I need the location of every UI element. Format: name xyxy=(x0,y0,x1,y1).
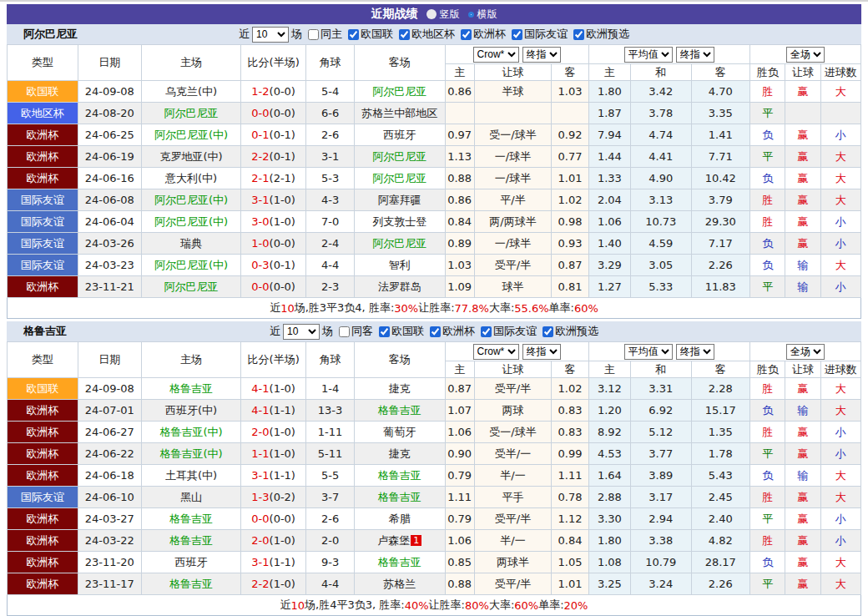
league-label: 国际友谊 xyxy=(524,27,568,42)
type-badge: 欧洲杯 xyxy=(8,168,78,189)
summary-segment: 77.8% xyxy=(455,302,489,315)
handicap-line: 受平/半 xyxy=(474,508,552,530)
match-count-select[interactable]: 10 xyxy=(252,27,289,43)
league-checkbox[interactable] xyxy=(430,326,441,337)
league-checkbox[interactable] xyxy=(461,29,472,40)
away-team-name: 阿尔巴尼亚 xyxy=(372,85,426,98)
average-select[interactable]: 平均值 xyxy=(624,344,673,360)
match-date: 24-09-08 xyxy=(78,81,142,103)
avg-away-odds: 3.79 xyxy=(691,189,749,211)
final-index-select[interactable]: 终指 xyxy=(522,344,561,360)
handicap-home-odds: 0.85 xyxy=(445,552,474,573)
result-handicap: 赢 xyxy=(785,124,820,146)
away-team: 西班牙 xyxy=(354,124,445,146)
league-filter[interactable]: 欧国联 xyxy=(345,27,393,42)
away-team: 格鲁吉亚 xyxy=(354,465,445,487)
summary-segment: 让胜率: xyxy=(429,598,465,613)
handicap-home-odds xyxy=(445,103,474,124)
type-badge: 国际友谊 xyxy=(8,211,78,233)
handicap-home-odds: 0.88 xyxy=(445,168,474,189)
bookmaker-select[interactable]: Crow* xyxy=(473,344,519,360)
summary-segment: 大率: xyxy=(489,300,514,316)
final-index-select-2[interactable]: 终指 xyxy=(676,344,714,360)
league-filter[interactable]: 国际友谊 xyxy=(508,27,568,42)
radio-checked-icon[interactable] xyxy=(468,12,474,18)
result-wdl: 胜 xyxy=(749,211,785,233)
match-score: 0-1(0-1) xyxy=(240,124,306,146)
avg-home-odds: 1.80 xyxy=(588,81,630,103)
fulltime-select[interactable]: 全场 xyxy=(786,47,825,63)
league-checkbox[interactable] xyxy=(542,326,553,337)
league-checkbox[interactable] xyxy=(348,29,359,40)
league-checkbox[interactable] xyxy=(399,29,410,40)
match-date: 24-08-20 xyxy=(78,103,142,124)
fulltime-select[interactable]: 全场 xyxy=(786,344,825,360)
avg-draw-odds: 3.38 xyxy=(631,530,691,552)
league-filter[interactable]: 欧洲预选 xyxy=(539,324,598,339)
corner-score: 3-7 xyxy=(306,487,354,508)
layout-horizontal-radio[interactable]: 横版 xyxy=(468,8,497,22)
league-label: 欧地区杯 xyxy=(411,27,455,42)
match-score: 0-3(0-1) xyxy=(240,255,306,276)
league-filter[interactable]: 欧国联 xyxy=(376,324,424,339)
away-team-name: 西班牙 xyxy=(383,129,416,141)
stats-summary: 近10场,胜3平3负4, 胜率:30% 让胜率:77.8% 大率:55.6% 单… xyxy=(7,298,861,319)
sub-header: 让球 xyxy=(474,64,552,81)
sub-header: 客 xyxy=(552,361,588,378)
league-checkbox[interactable] xyxy=(481,326,492,337)
handicap-away-odds: 1.03 xyxy=(552,81,588,103)
corner-score: 1-4 xyxy=(306,378,354,400)
average-select[interactable]: 平均值 xyxy=(624,47,673,63)
handicap-line: 两球 xyxy=(474,400,552,422)
handicap-away-odds: 0.83 xyxy=(552,422,588,443)
match-date: 24-06-22 xyxy=(78,443,142,465)
match-date: 24-03-23 xyxy=(78,255,142,276)
handicap-away-odds: 0.99 xyxy=(552,443,588,465)
league-filter[interactable]: 欧地区杯 xyxy=(396,27,455,42)
handicap-home-odds: 0.79 xyxy=(445,465,474,487)
avg-draw-odds: 3.78 xyxy=(631,103,691,124)
away-team: 希腊 xyxy=(354,508,445,530)
radio-unchecked-icon[interactable] xyxy=(426,9,437,19)
fulltime-score: 2-2 xyxy=(251,578,269,590)
match-date: 24-06-10 xyxy=(78,487,142,508)
league-filter[interactable]: 欧洲杯 xyxy=(426,324,475,339)
table-row: 欧国联24-09-08乌克兰(中)1-2(0-0)5-4阿尔巴尼亚0.86半球1… xyxy=(8,81,861,103)
match-count-select[interactable]: 10 xyxy=(283,324,320,340)
sub-header: 主 xyxy=(588,64,630,81)
avg-draw-odds: 6.92 xyxy=(631,400,691,422)
result-handicap: 输 xyxy=(785,465,820,487)
bookmaker-select[interactable]: Crow* xyxy=(473,47,519,63)
handicap-home-odds: 1.13 xyxy=(445,146,474,168)
col-corner-header: 角球 xyxy=(306,45,354,81)
same-venue-checkbox[interactable] xyxy=(308,29,319,40)
final-index-select-2[interactable]: 终指 xyxy=(676,47,714,63)
league-filter[interactable]: 国际友谊 xyxy=(477,324,537,339)
handicap-away-odds: 1.12 xyxy=(552,508,588,530)
sub-header: 进球数 xyxy=(820,64,860,81)
avg-home-odds: 3.30 xyxy=(588,508,630,530)
same-venue-filter[interactable]: 同主 xyxy=(305,27,342,42)
avg-away-odds: 5.43 xyxy=(691,465,749,487)
league-filter[interactable]: 欧洲预选 xyxy=(570,27,629,42)
final-index-select[interactable]: 终指 xyxy=(522,47,561,63)
result-handicap: 赢 xyxy=(785,573,820,595)
league-checkbox[interactable] xyxy=(573,29,584,40)
same-venue-filter[interactable]: 同客 xyxy=(336,324,373,339)
halftime-score: (1-0) xyxy=(270,426,295,438)
same-venue-checkbox[interactable] xyxy=(339,326,350,337)
result-handicap: 赢 xyxy=(785,211,820,233)
result-handicap: 输 xyxy=(785,255,820,276)
league-filter[interactable]: 欧洲杯 xyxy=(457,27,506,42)
results-table: 类型日期主场比分(半场)角球客场Crow*终指平均值终指全场主让球客主和客胜负让… xyxy=(7,44,861,298)
result-wdl: 胜 xyxy=(749,189,785,211)
league-checkbox[interactable] xyxy=(512,29,522,40)
avg-draw-odds: 3.13 xyxy=(631,189,691,211)
sub-header: 让球 xyxy=(785,64,820,81)
results-table: 类型日期主场比分(半场)角球客场Crow*终指平均值终指全场主让球客主和客胜负让… xyxy=(7,341,861,595)
layout-vertical-radio[interactable]: 竖版 xyxy=(426,8,460,22)
handicap-home-odds: 1.06 xyxy=(445,422,474,443)
league-checkbox[interactable] xyxy=(379,326,390,337)
halftime-score: (0-0) xyxy=(270,237,295,250)
stats-summary: 近10场,胜4平3负3, 胜率:40% 让胜率:80% 大率:60% 单率:20… xyxy=(7,595,861,616)
